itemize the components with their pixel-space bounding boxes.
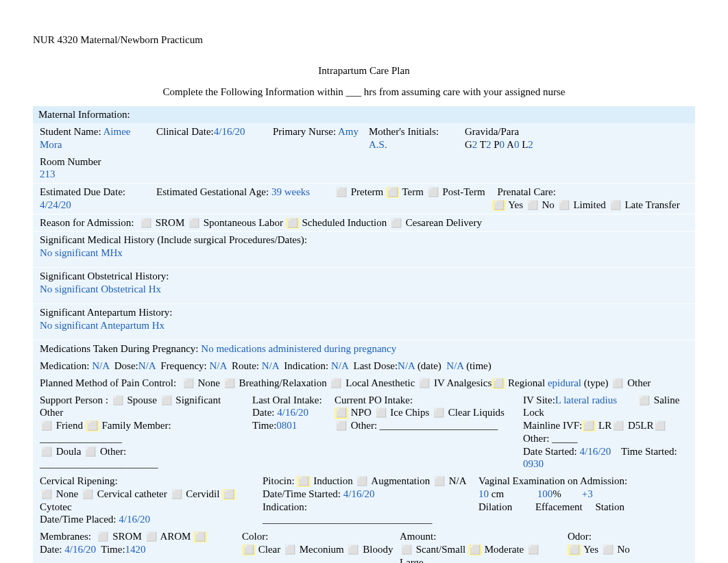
checkbox-iv-saline[interactable]: ⬜ [638, 395, 651, 406]
label-g: G [465, 139, 472, 150]
checkbox-sp-other[interactable]: ⬜ [84, 447, 97, 458]
value-last-dose-time[interactable]: N/A [446, 360, 463, 371]
value-edd[interactable]: 4/24/20 [40, 199, 71, 210]
value-clinical-date[interactable]: 4/16/20 [214, 126, 245, 137]
value-ega[interactable]: 39 weeks [271, 186, 310, 197]
checkbox-cr-cytotec[interactable]: ⬜ [222, 489, 236, 500]
checkbox-ra-sched[interactable]: ⬜ [286, 218, 300, 229]
checkbox-term[interactable]: ⬜ [386, 187, 400, 198]
checkbox-iv-other[interactable]: ⬜ [653, 421, 667, 431]
checkbox-pm-breath[interactable]: ⬜ [223, 378, 236, 389]
checkbox-ra-spont[interactable]: ⬜ [187, 218, 201, 229]
value-medication[interactable]: N/A [92, 360, 109, 371]
label-pit-indication: Indication: ____________________________… [263, 501, 433, 525]
label-mem-date: Date: [40, 544, 62, 555]
value-ve-efface[interactable]: 100 [537, 488, 553, 499]
label-pm-breath: Breathing/Relaxation [239, 377, 326, 388]
checkbox-pm-local[interactable]: ⬜ [329, 378, 343, 389]
checkbox-pm-iv[interactable]: ⬜ [417, 378, 431, 389]
label-ve-station: Station [596, 501, 625, 512]
checkbox-odor-no[interactable]: ⬜ [601, 545, 615, 555]
value-iv-time-started[interactable]: 0930 [523, 458, 544, 469]
value-primary-nurse[interactable]: Amy [338, 126, 359, 137]
row-ante-hx: Significant Antepartum History: No signi… [33, 304, 695, 340]
label-sig-med-hx: Significant Medical History (Include sur… [40, 234, 307, 245]
checkbox-amt-mod[interactable]: ⬜ [468, 545, 482, 555]
checkbox-ra-srom[interactable]: ⬜ [139, 218, 153, 229]
checkbox-po-clear[interactable]: ⬜ [432, 408, 446, 418]
value-meds-pregnancy[interactable]: No medications administered during pregn… [201, 343, 396, 354]
value-sig-med-hx[interactable]: No significant MHx [40, 247, 123, 258]
label-amt-lrg: Large [400, 557, 424, 564]
checkbox-odor-yes[interactable]: ⬜ [568, 545, 581, 555]
value-indication[interactable]: N/A [331, 360, 348, 371]
checkbox-pc-late[interactable]: ⬜ [609, 200, 622, 211]
checkbox-po-ice[interactable]: ⬜ [374, 408, 388, 418]
checkbox-mem-extra[interactable]: ⬜ [193, 531, 207, 542]
value-last-dose-date[interactable]: N/A [398, 360, 415, 371]
checkbox-sp-spouse[interactable]: ⬜ [111, 395, 125, 406]
checkbox-pm-regional[interactable]: ⬜ [492, 378, 505, 389]
value-pit-dt-started[interactable]: 4/16/20 [343, 488, 375, 499]
value-route[interactable]: N/A [262, 360, 279, 371]
checkbox-postterm[interactable]: ⬜ [426, 187, 440, 198]
value-ve-dilation[interactable]: 10 [478, 488, 489, 499]
value-loi-time[interactable]: 0801 [276, 420, 297, 431]
checkbox-sp-friend[interactable]: ⬜ [40, 421, 53, 431]
cell-primary-nurse: Primary Nurse: Amy [270, 123, 366, 140]
checkbox-cr-none[interactable]: ⬜ [40, 489, 53, 500]
checkbox-pc-limited[interactable]: ⬜ [557, 200, 571, 211]
value-g[interactable]: 2 [472, 139, 478, 150]
value-sig-ob-hx[interactable]: No significant Obstetrical Hx [40, 284, 161, 295]
course-title: NUR 4320 Maternal/Newborn Practicum [33, 34, 695, 46]
checkbox-pc-yes[interactable]: ⬜ [492, 200, 506, 211]
label-frequency: Frequency: [160, 360, 206, 371]
checkbox-ra-cesarean[interactable]: ⬜ [389, 218, 403, 229]
checkbox-amt-scant[interactable]: ⬜ [400, 545, 413, 555]
checkbox-po-npo[interactable]: ⬜ [335, 408, 348, 418]
value-t[interactable]: 2 [486, 139, 492, 150]
checkbox-sp-doula[interactable]: ⬜ [40, 447, 53, 458]
value-mother-initials[interactable]: A.S. [369, 139, 387, 150]
value-mem-time[interactable]: 1420 [125, 544, 146, 555]
value-loi-date[interactable]: 4/16/20 [277, 407, 308, 418]
checkbox-mem-srom[interactable]: ⬜ [96, 531, 110, 542]
cell-prenatal-care: Prenatal Care: ⬜ Yes ⬜ No ⬜ Limited ⬜ La… [489, 184, 691, 214]
row-identity: Student Name: Aimee Mora Clinical Date:4… [33, 123, 695, 184]
value-ve-station[interactable]: +3 [582, 488, 593, 499]
checkbox-pm-other[interactable]: ⬜ [611, 378, 624, 389]
value-mem-date[interactable]: 4/16/20 [64, 544, 96, 555]
value-dose[interactable]: N/A [138, 360, 156, 371]
checkbox-po-other[interactable]: ⬜ [335, 421, 348, 431]
checkbox-mem-arom[interactable]: ⬜ [145, 531, 158, 542]
checkbox-amt-lrg[interactable]: ⬜ [526, 545, 540, 555]
value-frequency[interactable]: N/A [210, 360, 227, 371]
checkbox-pit-induction[interactable]: ⬜ [297, 476, 311, 487]
checkbox-iv-lr[interactable]: ⬜ [582, 421, 596, 431]
cell-room-number: Room Number 213 [37, 153, 147, 184]
checkbox-iv-d5lr[interactable]: ⬜ [611, 421, 625, 431]
checkbox-pit-augment[interactable]: ⬜ [355, 476, 369, 487]
checkbox-pm-none[interactable]: ⬜ [182, 378, 195, 389]
value-sig-ante-hx[interactable]: No significant Antepartum Hx [40, 320, 165, 331]
value-pain-type[interactable]: epidural [548, 377, 581, 388]
checkbox-col-mec[interactable]: ⬜ [283, 545, 297, 555]
value-p[interactable]: 0 [500, 139, 505, 150]
value-iv-site[interactable]: L lateral radius [555, 395, 617, 405]
checkbox-pc-no[interactable]: ⬜ [526, 200, 539, 211]
checkbox-cr-cervidil[interactable]: ⬜ [170, 489, 184, 500]
value-room-number[interactable]: 213 [40, 168, 56, 179]
row-meds-pregnancy: Medications Taken During Pregnancy: No m… [33, 340, 695, 358]
label-col-bloody: Bloody [363, 544, 393, 555]
value-iv-date-started[interactable]: 4/16/20 [579, 446, 611, 457]
value-a[interactable]: 0 [514, 139, 520, 150]
checkbox-pit-na[interactable]: ⬜ [433, 476, 446, 487]
checkbox-col-bloody[interactable]: ⬜ [346, 545, 360, 555]
value-cr-dt-placed[interactable]: 4/16/20 [119, 514, 150, 525]
checkbox-sp-sig-other[interactable]: ⬜ [160, 395, 173, 406]
checkbox-sp-family[interactable]: ⬜ [86, 421, 99, 431]
checkbox-preterm[interactable]: ⬜ [335, 187, 348, 198]
checkbox-col-clear[interactable]: ⬜ [242, 545, 256, 555]
checkbox-cr-cath[interactable]: ⬜ [81, 489, 95, 500]
value-l[interactable]: 2 [528, 139, 533, 150]
